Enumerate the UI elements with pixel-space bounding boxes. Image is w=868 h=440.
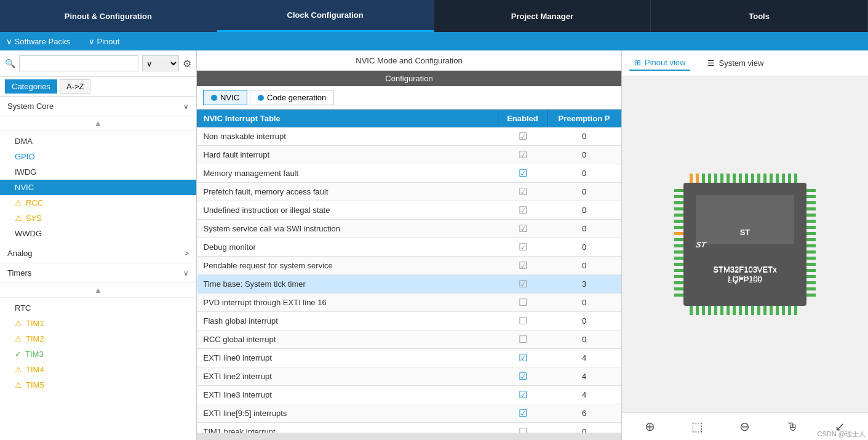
enabled-checkbox[interactable]: ☑ <box>498 238 547 257</box>
enabled-checkbox[interactable]: ☑ <box>498 220 547 238</box>
sidebar-search: 🔍 ∨ ⚙ <box>0 50 196 77</box>
sidebar-item-rtc[interactable]: RTC <box>0 300 196 316</box>
sidebar-item-tim1[interactable]: ⚠ TIM1 <box>0 316 196 331</box>
enabled-checkbox[interactable]: ☑ <box>498 164 547 183</box>
tab-az[interactable]: A->Z <box>60 79 91 94</box>
enabled-checkbox[interactable]: ☐ <box>498 312 547 330</box>
table-row[interactable]: Pendable request for system service☑0 <box>197 257 621 275</box>
sidebar-item-rcc[interactable]: ⚠ RCC <box>0 195 196 210</box>
table-row[interactable]: Flash global interrupt☐0 <box>197 312 621 330</box>
enabled-checkbox[interactable]: ☑ <box>498 127 547 146</box>
sidebar-item-tim5[interactable]: ⚠ TIM5 <box>0 377 196 393</box>
svg-rect-148 <box>674 294 683 297</box>
sidebar-item-tim2[interactable]: ⚠ TIM2 <box>0 331 196 346</box>
svg-rect-120 <box>733 306 736 315</box>
table-row[interactable]: RCC global interrupt☐0 <box>197 330 621 349</box>
chip-svg: ST STM32F103VETx LQFP100 <box>640 140 850 349</box>
tab-nvic[interactable]: NVIC <box>203 90 247 105</box>
fit-view-button[interactable]: ⬚ <box>687 417 708 436</box>
checkmark-icon: ✓ <box>15 350 22 359</box>
table-row[interactable]: Debug monitor☑0 <box>197 238 621 257</box>
table-row[interactable]: EXTI line3 interrupt☑4 <box>197 386 621 404</box>
table-row[interactable]: EXTI line2 interrupt☑4 <box>197 367 621 386</box>
svg-rect-131 <box>674 189 683 192</box>
nav-pinout[interactable]: Pinout & Configuration <box>0 0 217 32</box>
interrupt-name: Undefined instruction or illegal state <box>197 201 498 220</box>
table-row[interactable]: Time base: System tick timer☑3 <box>197 275 621 294</box>
nav-tools[interactable]: Tools <box>651 0 868 32</box>
subnav-software-packs[interactable]: ∨ Software Packs <box>6 37 70 46</box>
table-row[interactable]: Undefined instruction or illegal state☑0 <box>197 201 621 220</box>
svg-rect-125 <box>763 306 766 315</box>
search-icon: 🔍 <box>5 58 15 68</box>
sidebar-item-wwdg[interactable]: WWDG <box>0 226 196 241</box>
interrupt-name: RCC global interrupt <box>197 330 498 349</box>
sub-nav: ∨ Software Packs ∨ Pinout <box>0 32 868 50</box>
enabled-checkbox[interactable]: ☑ <box>498 275 547 294</box>
nav-project[interactable]: Project Manager <box>434 0 651 32</box>
tab-categories[interactable]: Categories <box>5 79 57 94</box>
table-row[interactable]: Memory management fault☑0 <box>197 164 621 183</box>
enabled-checkbox[interactable]: ☑ <box>498 183 547 201</box>
enabled-checkbox[interactable]: ☐ <box>498 423 547 433</box>
svg-rect-139 <box>674 238 683 241</box>
search-select[interactable]: ∨ <box>142 55 179 71</box>
category-analog[interactable]: Analog > <box>0 244 196 263</box>
table-row[interactable]: TIM1 break interrupt☐0 <box>197 423 621 433</box>
scroll-up-arrow[interactable]: ▲ <box>0 116 196 131</box>
interrupt-name: EXTI line3 interrupt <box>197 386 498 404</box>
svg-rect-146 <box>674 281 683 284</box>
sidebar-item-sys[interactable]: ⚠ SYS <box>0 210 196 226</box>
table-row[interactable]: Hard fault interrupt☑0 <box>197 146 621 164</box>
svg-rect-145 <box>674 275 683 278</box>
table-row[interactable]: System service call via SWI instruction☑… <box>197 220 621 238</box>
chevron-down-icon: ∨ <box>183 269 189 278</box>
dot-icon <box>258 95 264 101</box>
enabled-checkbox[interactable]: ☑ <box>498 146 547 164</box>
tab-code-generation[interactable]: Code generation <box>250 90 334 105</box>
tab-pinout-view[interactable]: ⊞ Pinout view <box>629 55 690 71</box>
sidebar-item-gpio[interactable]: GPIO <box>0 149 196 164</box>
scroll-up-arrow-timers[interactable]: ▲ <box>0 283 196 298</box>
svg-rect-144 <box>674 269 683 272</box>
enabled-checkbox[interactable]: ☑ <box>498 367 547 386</box>
enabled-checkbox[interactable]: ☐ <box>498 330 547 349</box>
table-row[interactable]: Non maskable interrupt☑0 <box>197 127 621 146</box>
preemption-value: 4 <box>547 367 621 386</box>
preemption-value: 0 <box>547 423 621 433</box>
sidebar-tabs: Categories A->Z <box>0 77 196 97</box>
sidebar-item-tim3[interactable]: ✓ TIM3 <box>0 346 196 362</box>
tab-system-view[interactable]: ☰ System view <box>703 56 768 70</box>
category-timers[interactable]: Timers ∨ <box>0 263 196 283</box>
center-scrollbar[interactable] <box>197 433 621 440</box>
col-header-interrupt: NVIC Interrupt Table <box>197 110 498 127</box>
nav-clock[interactable]: Clock Configuration <box>217 0 434 32</box>
gear-icon[interactable]: ⚙ <box>183 58 191 70</box>
zoom-in-button[interactable]: ⊕ <box>640 417 660 436</box>
subnav-pinout[interactable]: ∨ Pinout <box>89 37 119 46</box>
category-system-core[interactable]: System Core ∨ <box>0 97 196 116</box>
enabled-checkbox[interactable]: ☑ <box>498 257 547 275</box>
enabled-checkbox[interactable]: ☑ <box>498 386 547 404</box>
svg-rect-97 <box>806 201 816 204</box>
sidebar-item-nvic[interactable]: NVIC <box>0 180 196 195</box>
enabled-checkbox[interactable]: ☐ <box>498 294 547 312</box>
sidebar-item-tim4[interactable]: ⚠ TIM4 <box>0 362 196 377</box>
enabled-checkbox[interactable]: ☑ <box>498 201 547 220</box>
table-row[interactable]: EXTI line[9:5] interrupts☑6 <box>197 404 621 423</box>
sidebar-item-dma[interactable]: DMA <box>0 134 196 149</box>
svg-rect-91 <box>776 174 779 183</box>
enabled-checkbox[interactable]: ☑ <box>498 404 547 423</box>
export-button[interactable]: 🖰 <box>781 417 803 436</box>
enabled-checkbox[interactable]: ☑ <box>498 349 547 367</box>
zoom-out-button[interactable]: ⊖ <box>735 417 755 436</box>
sidebar-item-iwdg[interactable]: IWDG <box>0 164 196 180</box>
table-row[interactable]: PVD interrupt through EXTI line 16☐0 <box>197 294 621 312</box>
svg-rect-108 <box>806 269 816 272</box>
warning-icon: ⚠ <box>15 319 22 328</box>
interrupt-name: Debug monitor <box>197 238 498 257</box>
table-row[interactable]: EXTI line0 interrupt☑4 <box>197 349 621 367</box>
warning-icon: ⚠ <box>15 334 22 343</box>
table-row[interactable]: Prefetch fault, memory access fault☑0 <box>197 183 621 201</box>
search-input[interactable] <box>19 55 138 71</box>
